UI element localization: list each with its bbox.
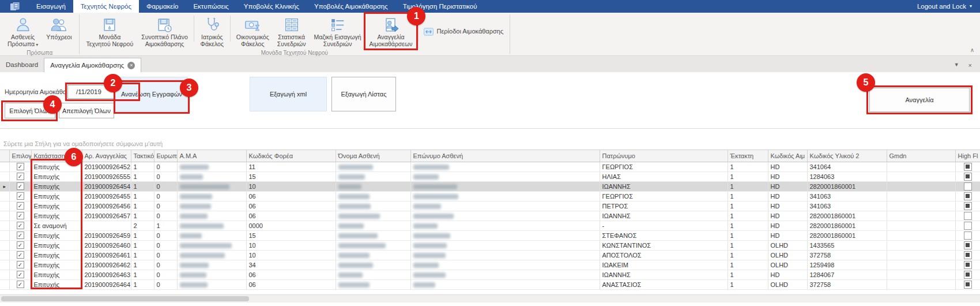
high-flux-checkbox[interactable]	[964, 222, 972, 230]
high-flux-checkbox[interactable]	[964, 232, 972, 240]
high-flux-checkbox[interactable]	[964, 271, 972, 279]
grid-row[interactable]: ✓Επιτυχής20190009264621034ΙΩΑΚΕΙΜ1OLHD12…	[0, 260, 980, 270]
grid-row[interactable]: ✓Επιτυχής20190009264571006ΙΩΑΝΝΗΣ1HD2820…	[0, 211, 980, 221]
grid-row[interactable]: ✓Επιτυχής20190009264521011ΓΕΩΡΓΙΟΣ1HD341…	[0, 162, 980, 171]
high-flux-checkbox[interactable]	[964, 173, 972, 181]
high-flux-checkbox[interactable]	[964, 192, 972, 200]
cell-high-flux	[955, 250, 980, 260]
ribbon-button[interactable]: ΟικονομικόςΦάκελος	[232, 14, 273, 48]
column-header[interactable]: High Fl	[955, 150, 980, 162]
cell-announcement-number: 2019000926555	[82, 171, 131, 181]
column-header[interactable]: Όνομα Ασθενή	[336, 150, 410, 162]
column-header[interactable]: Έκτακτη	[728, 150, 768, 162]
cell-first-name-masked	[336, 162, 410, 171]
row-checkbox[interactable]: ✓	[17, 192, 24, 200]
column-header[interactable]: Αρ. Αναγγελίας	[82, 150, 131, 162]
row-checkbox[interactable]: ✓	[17, 281, 24, 288]
column-header[interactable]: Κωδικός Υλικού 2	[807, 150, 887, 162]
app-logo-icon[interactable]	[0, 0, 29, 13]
menu-item[interactable]: Υποβολές Αιμοκάθαρσης	[307, 0, 395, 13]
column-header[interactable]: Α.Μ.Α	[177, 150, 246, 162]
high-flux-checkbox[interactable]	[964, 202, 972, 210]
ribbon-button[interactable]: ΑσθενείςΠρόσωπα ▾	[3, 14, 42, 48]
grid-row[interactable]: ✓Επιτυχής20190009264561006ΠΕΤΡΟΣ1HD34106…	[0, 201, 980, 211]
grid-row[interactable]: ✓Επιτυχής20190009264611010ΑΠΟΣΤΟΛΟΣ1OLHD…	[0, 250, 980, 260]
collapse-ribbon-icon[interactable]: ∧	[970, 47, 974, 53]
row-checkbox[interactable]: ✓	[17, 212, 24, 219]
grid-row[interactable]: ✓Επιτυχής20190009264551006ΓΕΩΡΓΙΟΣ1HD341…	[0, 191, 980, 201]
logout-button[interactable]: Logout and Lock ▾	[909, 0, 980, 13]
callout-3: 3	[180, 79, 198, 97]
column-header[interactable]: Πατρώνυμο	[600, 150, 728, 162]
cell-foreas-code: 06	[246, 211, 336, 221]
ribbon-button[interactable]: ΑναγγελίαΑιμοκαθάρσεων1	[365, 14, 417, 48]
row-checkbox[interactable]: ✓	[17, 241, 24, 249]
grid-row[interactable]: ✓Επιτυχής20190009265551015ΗΛΙΑΣ1HD128406…	[0, 171, 980, 181]
row-checkbox[interactable]: ✓	[17, 173, 24, 180]
high-flux-checkbox[interactable]	[964, 281, 972, 289]
announce-button[interactable]: Αναγγελία	[869, 88, 970, 112]
row-checkbox[interactable]: ✓	[17, 261, 24, 268]
grid-row[interactable]: ✓Επιτυχής20190009264641006ΑΝΑΣΤΑΣΙΟΣ1OLH…	[0, 279, 980, 289]
cell-announcement-number: 2019000926457	[82, 211, 131, 221]
close-tab-icon[interactable]: ×	[127, 62, 135, 69]
cell-ektakti: 1	[728, 240, 768, 250]
grid-row[interactable]: ✓Επιτυχής20190009264631006ΙΩΑΝΝΗΣ1HD1284…	[0, 270, 980, 279]
grid-row[interactable]: ▸✓Επιτυχής20190009264541010ΙΩΑΝΝΗΣ1HD282…	[0, 181, 980, 191]
high-flux-checkbox[interactable]	[964, 212, 972, 220]
scrollbar-thumb[interactable]	[1, 296, 249, 301]
row-checkbox[interactable]: ✓	[17, 202, 24, 210]
dialysis-date-label: Ημερομηνία Αιμοκάθαρσης	[5, 88, 66, 95]
row-checkbox[interactable]: ✓	[17, 271, 24, 278]
grid-row[interactable]: ✓Επιτυχής20190009264601010ΚΩΝΣΤΑΝΤΙΝΟΣ1O…	[0, 240, 980, 250]
cell-material-code: 341064	[807, 162, 887, 171]
refresh-records-button[interactable]: Ανανέωση Εγγραφών	[115, 77, 188, 111]
masked-value	[413, 273, 446, 278]
high-flux-checkbox[interactable]	[964, 182, 972, 191]
deselect-all-button[interactable]: Απεπιλογή Όλων	[59, 103, 114, 118]
tab-dropdown-icon[interactable]: ▼	[954, 62, 959, 69]
high-flux-checkbox[interactable]	[964, 163, 972, 171]
menu-item[interactable]: Εισαγωγή	[29, 0, 73, 13]
row-checkbox[interactable]: ✓	[17, 182, 24, 190]
row-checkbox[interactable]: ✓	[17, 232, 24, 239]
row-checkbox[interactable]: ✓	[17, 222, 24, 229]
ribbon-button[interactable]: ΣτατιστικάΣυνεδριών	[273, 14, 310, 48]
checkbox-fill	[966, 174, 970, 178]
row-checkbox[interactable]: ✓	[17, 251, 24, 259]
ribbon-button[interactable]: Μαζική ΕισαγωγήΣυνεδριών	[310, 14, 365, 48]
tab-active[interactable]: Αναγγελία Αιμοκάθαρσης×	[44, 58, 141, 72]
ribbon-button[interactable]: ΙατρικόςΦάκελος	[196, 14, 228, 48]
menu-item[interactable]: Υποβολές Κλινικής	[236, 0, 307, 13]
column-header[interactable]: Τακτικός	[131, 150, 154, 162]
column-header[interactable]: Gmdn	[887, 150, 955, 162]
close-pane-icon[interactable]: ×	[968, 62, 972, 69]
export-xml-button[interactable]: Εξαγωγή xml	[250, 77, 327, 111]
export-list-button[interactable]: Εξαγωγή Λίστας	[331, 77, 396, 111]
person-icon	[14, 16, 32, 34]
menu-item[interactable]: Τεχνητός Νεφρός	[73, 0, 139, 13]
column-header[interactable]: Επιλογή	[9, 150, 31, 162]
group-by-bar[interactable]: Σύρετε μια Στήλη για να ομαδοποιήσετε σύ…	[0, 137, 980, 150]
high-flux-checkbox[interactable]	[964, 261, 972, 269]
menu-item[interactable]: Φαρμακείο	[139, 0, 186, 13]
ribbon-button[interactable]: Υπόχρεοι	[42, 14, 76, 48]
column-header[interactable]: Ευρωπα	[154, 150, 177, 162]
horizontal-scrollbar[interactable]	[0, 294, 980, 303]
grid-row[interactable]: ✓Επιτυχής20190009264591015ΣΤΕΦΑΝΟΣ1HD282…	[0, 230, 980, 240]
high-flux-checkbox[interactable]	[964, 251, 972, 259]
ribbon-button[interactable]: Περίοδοι Αιμοκάθαρσης	[420, 27, 507, 37]
column-header[interactable]: Επώνυμο Ασθενή	[410, 150, 600, 162]
cell-last-name-masked	[410, 279, 600, 289]
tab-inactive[interactable]: Dashboard	[0, 58, 44, 72]
ribbon-button[interactable]: ΜονάδαΤεχνητού Νεφρού	[82, 14, 138, 48]
row-checkbox[interactable]: ✓	[17, 163, 24, 170]
menu-item[interactable]: Εκτυπώσεις	[186, 0, 236, 13]
cell-selection: ✓	[9, 191, 31, 201]
cell-selection: ✓	[9, 240, 31, 250]
column-header[interactable]: Κωδικός Φορέα	[246, 150, 336, 162]
high-flux-checkbox[interactable]	[964, 241, 972, 249]
ribbon-button[interactable]: Συνοπτικό ΠλάνοΑιμοκάθαρσης	[137, 14, 192, 48]
grid-row[interactable]: ✓Σε αναμονή210000-1HD2820001860001	[0, 221, 980, 230]
column-header[interactable]: Κωδικός Αιμ	[768, 150, 807, 162]
